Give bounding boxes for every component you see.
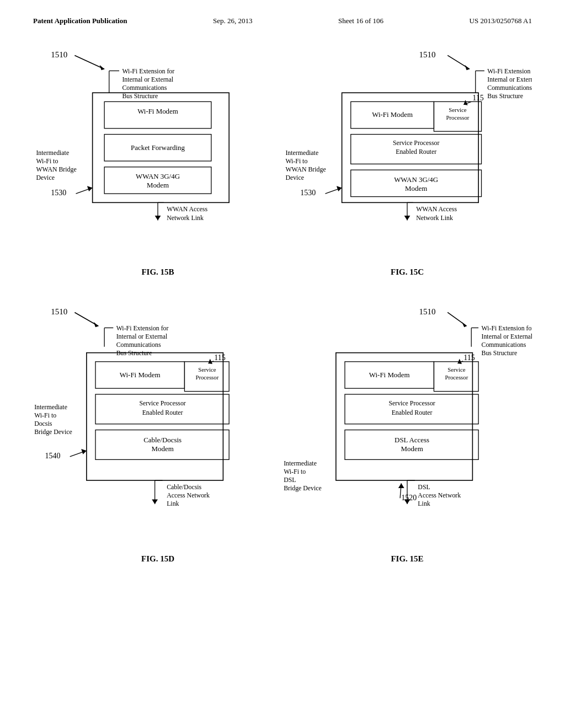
header-publication-label: Patent Application Publication: [33, 17, 127, 25]
svg-text:Communications: Communications: [116, 341, 161, 349]
svg-text:Communications: Communications: [487, 84, 532, 92]
svg-text:1510: 1510: [51, 307, 67, 316]
svg-text:Internal or External: Internal or External: [482, 333, 532, 340]
figure-15e-container: 1510 Wi-Fi Extension for Internal or Ext…: [282, 293, 532, 564]
svg-marker-135: [404, 499, 411, 504]
svg-text:1510: 1510: [419, 307, 436, 316]
svg-text:Wi-Fi to: Wi-Fi to: [285, 157, 307, 165]
svg-text:Cable/Docsis: Cable/Docsis: [143, 436, 182, 444]
svg-text:1510: 1510: [419, 50, 436, 59]
svg-text:WWAN 3G/4G: WWAN 3G/4G: [136, 172, 180, 180]
svg-text:Wi-Fi Extension for: Wi-Fi Extension for: [487, 67, 532, 75]
figure-15c-svg: 1510 Wi-Fi Extension for Internal or Ext…: [282, 36, 532, 262]
svg-text:Wi-Fi to: Wi-Fi to: [36, 157, 58, 165]
svg-text:Wi-Fi Modem: Wi-Fi Modem: [120, 371, 161, 379]
svg-text:Service: Service: [447, 366, 465, 373]
svg-text:Wi-Fi to: Wi-Fi to: [34, 411, 56, 419]
svg-text:1530: 1530: [51, 189, 66, 197]
svg-text:Service Processor: Service Processor: [139, 399, 185, 407]
svg-text:WWAN Bridge: WWAN Bridge: [36, 165, 76, 173]
svg-text:Enabled Router: Enabled Router: [392, 408, 433, 416]
svg-marker-67: [94, 322, 99, 328]
svg-text:Processor: Processor: [445, 374, 468, 381]
svg-text:Service Processor: Service Processor: [393, 139, 439, 147]
figure-15d-svg: 1510 Wi-Fi Extension for Internal or Ext…: [33, 293, 282, 549]
svg-text:Internal or External: Internal or External: [487, 76, 532, 83]
svg-marker-31: [465, 65, 470, 71]
svg-text:Access Network: Access Network: [167, 491, 210, 499]
svg-text:Wi-Fi Modem: Wi-Fi Modem: [372, 110, 413, 119]
svg-text:Bus Structure: Bus Structure: [487, 92, 523, 100]
figure-15e-svg: 1510 Wi-Fi Extension for Internal or Ext…: [282, 293, 532, 549]
svg-text:Processor: Processor: [195, 374, 218, 381]
svg-marker-98: [152, 499, 158, 504]
svg-text:Service Processor: Service Processor: [388, 399, 435, 407]
svg-text:WWAN Access: WWAN Access: [167, 205, 207, 213]
page: Patent Application Publication Sep. 26, …: [0, 0, 565, 728]
svg-text:Bridge Device: Bridge Device: [34, 428, 72, 436]
svg-marker-26: [155, 216, 161, 221]
svg-marker-59: [337, 186, 342, 191]
svg-marker-23: [87, 186, 93, 191]
svg-text:Wi-Fi Extension for: Wi-Fi Extension for: [122, 67, 174, 75]
svg-text:Device: Device: [36, 174, 55, 181]
svg-text:Processor: Processor: [446, 114, 470, 121]
fig15d-label: FIG. 15D: [141, 554, 174, 564]
svg-text:Wi-Fi Extension for: Wi-Fi Extension for: [482, 324, 532, 332]
figure-15d-container: 1510 Wi-Fi Extension for Internal or Ext…: [33, 293, 282, 564]
svg-text:Modem: Modem: [401, 445, 423, 453]
svg-text:Network Link: Network Link: [167, 214, 204, 222]
svg-text:1510: 1510: [51, 50, 67, 59]
svg-text:DSL: DSL: [284, 476, 296, 484]
svg-text:1540: 1540: [45, 452, 61, 460]
svg-text:Wi-Fi Modem: Wi-Fi Modem: [137, 107, 178, 115]
page-header: Patent Application Publication Sep. 26, …: [33, 17, 532, 25]
svg-text:Modem: Modem: [147, 181, 169, 189]
fig15b-label: FIG. 15B: [141, 267, 174, 277]
svg-text:Intermediate: Intermediate: [36, 149, 69, 157]
svg-text:Wi-Fi to: Wi-Fi to: [284, 468, 306, 475]
svg-text:WWAN 3G/4G: WWAN 3G/4G: [394, 175, 438, 184]
svg-text:Docsis: Docsis: [34, 420, 52, 427]
svg-text:Bridge Device: Bridge Device: [284, 484, 322, 492]
svg-text:Bus Structure: Bus Structure: [482, 349, 518, 357]
figures-area: 1510 Wi-Fi Extension for Internal or Ext…: [33, 36, 532, 564]
fig15c-label: FIG. 15C: [391, 267, 424, 277]
svg-marker-95: [81, 449, 87, 454]
svg-text:Internal or External: Internal or External: [116, 333, 168, 340]
svg-text:Intermediate: Intermediate: [34, 403, 67, 411]
svg-text:Enabled Router: Enabled Router: [396, 148, 436, 156]
svg-text:Modem: Modem: [405, 184, 427, 192]
svg-text:Wi-Fi Modem: Wi-Fi Modem: [369, 371, 410, 379]
svg-text:Communications: Communications: [122, 84, 167, 92]
header-patent-number: US 2013/0250768 A1: [470, 17, 532, 25]
svg-marker-132: [398, 483, 404, 488]
figures-row-1: 1510 Wi-Fi Extension for Internal or Ext…: [33, 36, 532, 277]
svg-text:WWAN Access: WWAN Access: [416, 205, 457, 213]
header-sheet: Sheet 16 of 106: [338, 17, 383, 25]
svg-text:1530: 1530: [300, 189, 316, 197]
svg-text:Link: Link: [167, 500, 179, 507]
svg-text:DSL Access: DSL Access: [395, 436, 429, 444]
svg-text:Wi-Fi Extension for: Wi-Fi Extension for: [116, 324, 169, 332]
svg-text:115: 115: [472, 94, 483, 102]
svg-marker-62: [404, 216, 411, 221]
svg-text:Access Network: Access Network: [418, 491, 461, 499]
figure-15b-container: 1510 Wi-Fi Extension for Internal or Ext…: [33, 36, 282, 277]
svg-text:WWAN Bridge: WWAN Bridge: [285, 165, 326, 173]
svg-text:Communications: Communications: [482, 341, 526, 349]
svg-text:Service: Service: [449, 106, 466, 113]
svg-text:Modem: Modem: [152, 445, 174, 453]
svg-text:115: 115: [214, 353, 225, 361]
header-date: Sep. 26, 2013: [213, 17, 253, 25]
svg-text:Device: Device: [285, 174, 304, 181]
svg-text:Cable/Docsis: Cable/Docsis: [167, 483, 201, 491]
figure-15b-svg: 1510 Wi-Fi Extension for Internal or Ext…: [33, 36, 282, 262]
svg-text:115: 115: [463, 353, 475, 361]
svg-text:Link: Link: [418, 500, 430, 507]
svg-text:Enabled Router: Enabled Router: [142, 408, 183, 416]
svg-text:Service: Service: [198, 366, 216, 373]
svg-text:Intermediate: Intermediate: [285, 149, 318, 157]
svg-marker-46: [463, 100, 468, 105]
figures-row-2: 1510 Wi-Fi Extension for Internal or Ext…: [33, 293, 532, 564]
